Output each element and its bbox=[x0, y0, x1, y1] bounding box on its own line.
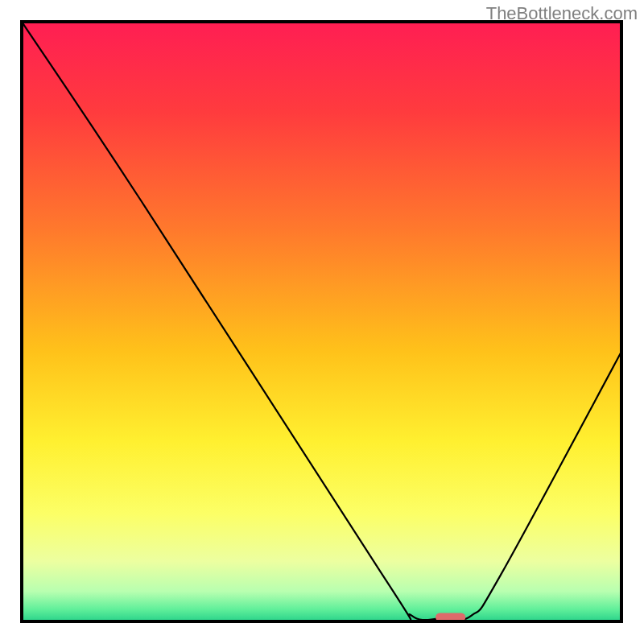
bottleneck-chart bbox=[0, 0, 644, 644]
gradient-background bbox=[22, 22, 621, 621]
watermark-text: TheBottleneck.com bbox=[486, 3, 638, 24]
chart-container: TheBottleneck.com bbox=[0, 0, 644, 644]
